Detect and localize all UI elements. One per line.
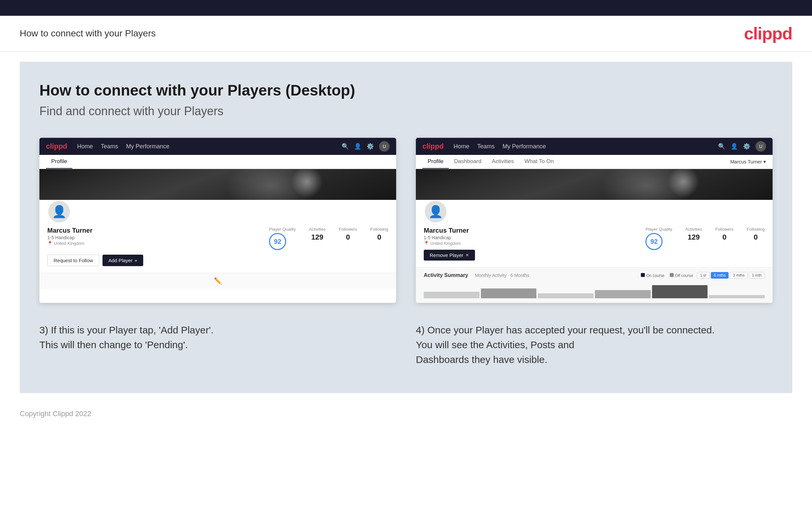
right-location-icon: 📍	[424, 241, 429, 246]
remove-x-icon: ✕	[465, 253, 469, 258]
left-avatar-icon: 👤	[52, 205, 67, 219]
chart-bar-1	[424, 292, 479, 298]
right-player-avatar: 👤	[424, 200, 447, 223]
right-app-logo: clippd	[422, 142, 444, 151]
left-player-handicap: 1-5 Handicap	[47, 235, 262, 240]
right-people-icon[interactable]: 👤	[730, 143, 738, 150]
right-screenshot-panel: clippd Home Teams My Performance 🔍 👤 ⚙️ …	[416, 138, 773, 303]
right-tab-profile[interactable]: Profile	[422, 155, 449, 169]
right-stat-followers: Followers 0	[715, 227, 733, 241]
left-nav-teams[interactable]: Teams	[101, 143, 118, 150]
add-player-button[interactable]: Add Player +	[102, 255, 143, 266]
right-player-profile: 👤 Marcus Turner 1-5 Handicap 📍 United Ki…	[416, 200, 773, 267]
right-stat-quality: Player Quality 92	[646, 227, 672, 250]
chart-bar-2	[481, 288, 537, 298]
left-nav-performance[interactable]: My Performance	[126, 143, 169, 150]
left-nav-home[interactable]: Home	[77, 143, 93, 150]
left-player-actions: Request to Follow Add Player +	[47, 255, 388, 266]
right-nav-teams[interactable]: Teams	[477, 143, 495, 150]
left-description-text: 3) If this is your Player tap, 'Add Play…	[39, 323, 396, 352]
right-nav-performance[interactable]: My Performance	[503, 143, 546, 150]
left-profile-tabs: Profile	[39, 155, 396, 169]
scroll-icon: ✏️	[214, 277, 222, 285]
screenshots-row: clippd Home Teams My Performance 🔍 👤 ⚙️ …	[39, 138, 773, 303]
right-description-panel: 4) Once your Player has accepted your re…	[416, 323, 773, 367]
filter-3mths[interactable]: 3 mths	[730, 272, 748, 279]
left-stats-section: Player Quality 92 Activities 129 Followe…	[262, 227, 388, 250]
location-icon: 📍	[47, 241, 53, 246]
right-activity-section: Activity Summary Monthly Activity · 6 Mo…	[416, 267, 773, 303]
filter-buttons: 1 yr 6 mths 3 mths 1 mth	[697, 272, 765, 279]
people-icon[interactable]: 👤	[354, 143, 361, 150]
right-profile-tabs: Profile Dashboard Activities What To On …	[416, 155, 773, 169]
right-player-location: 📍 United Kingdom	[424, 241, 639, 246]
left-player-avatar: 👤	[47, 200, 71, 223]
right-player-actions: Remove Player ✕	[424, 250, 639, 261]
left-nav-links: Home Teams My Performance	[77, 143, 342, 150]
left-app-nav: clippd Home Teams My Performance 🔍 👤 ⚙️ …	[39, 138, 396, 155]
left-tab-profile[interactable]: Profile	[46, 155, 72, 169]
right-search-icon[interactable]: 🔍	[718, 143, 725, 150]
request-to-follow-button[interactable]: Request to Follow	[47, 255, 99, 266]
right-tab-dashboard[interactable]: Dashboard	[449, 155, 487, 169]
copyright-text: Copyright Clippd 2022	[20, 409, 91, 418]
right-player-handicap: 1-5 Handicap	[424, 235, 639, 240]
activity-title: Activity Summary	[424, 272, 468, 278]
left-app-logo: clippd	[46, 142, 67, 151]
right-user-avatar-small[interactable]: U	[756, 141, 766, 152]
chart-bar-6	[709, 295, 765, 298]
left-description-panel: 3) If this is your Player tap, 'Add Play…	[39, 323, 396, 367]
right-tab-activities[interactable]: Activities	[487, 155, 519, 169]
right-player-name: Marcus Turner	[424, 227, 639, 234]
plus-icon: +	[134, 258, 137, 263]
left-stat-activities: Activities 129	[309, 227, 325, 241]
footer: Copyright Clippd 2022	[0, 403, 812, 425]
left-player-name: Marcus Turner	[47, 227, 262, 234]
right-nav-links: Home Teams My Performance	[454, 143, 718, 150]
right-quality-circle: 92	[646, 233, 663, 250]
left-scroll-hint: ✏️	[39, 273, 396, 289]
activity-header: Activity Summary Monthly Activity · 6 Mo…	[424, 272, 765, 279]
remove-player-button[interactable]: Remove Player ✕	[424, 250, 475, 261]
filter-6mths[interactable]: 6 mths	[711, 272, 728, 279]
left-quality-circle: 92	[269, 233, 286, 250]
chart-bar-5	[652, 285, 708, 298]
legend-on-course: On course	[641, 273, 664, 278]
right-player-stats-row: Marcus Turner 1-5 Handicap 📍 United King…	[424, 227, 765, 261]
left-screenshot-panel: clippd Home Teams My Performance 🔍 👤 ⚙️ …	[39, 138, 396, 303]
left-player-stats-row: Marcus Turner 1-5 Handicap 📍 United King…	[47, 227, 388, 250]
main-content: How to connect with your Players (Deskto…	[20, 62, 792, 393]
right-nav-home[interactable]: Home	[454, 143, 469, 150]
header: How to connect with your Players clippd	[0, 16, 812, 52]
description-row: 3) If this is your Player tap, 'Add Play…	[39, 323, 773, 367]
left-stat-followers: Followers 0	[339, 227, 357, 241]
chart-bar-4	[595, 290, 651, 298]
chart-bar-3	[538, 293, 594, 298]
right-tab-what-to-on[interactable]: What To On	[519, 155, 559, 169]
search-icon[interactable]: 🔍	[342, 143, 349, 150]
right-settings-icon[interactable]: ⚙️	[743, 143, 750, 150]
top-bar	[0, 0, 812, 16]
legend-row: On course Off course	[641, 273, 693, 278]
filter-1mth[interactable]: 1 mth	[749, 272, 765, 279]
right-player-info: Marcus Turner 1-5 Handicap 📍 United King…	[424, 227, 639, 261]
left-player-location: 📍 United Kingdom	[47, 241, 262, 246]
left-stat-following: Following 0	[370, 227, 388, 241]
right-stat-activities: Activities 129	[685, 227, 702, 241]
activity-chart	[424, 282, 765, 298]
settings-icon[interactable]: ⚙️	[367, 143, 374, 150]
right-tabs-left: Profile Dashboard Activities What To On	[422, 155, 559, 169]
right-app-nav: clippd Home Teams My Performance 🔍 👤 ⚙️ …	[416, 138, 773, 155]
right-avatar-icon: 👤	[428, 205, 443, 219]
right-stats-section: Player Quality 92 Activities 129 Followe…	[639, 227, 765, 250]
filter-1yr[interactable]: 1 yr	[697, 272, 710, 279]
right-stat-following: Following 0	[747, 227, 765, 241]
activity-controls: On course Off course 1 yr 6 mths 3 mths …	[641, 272, 765, 279]
clippd-logo: clippd	[744, 23, 792, 43]
left-stat-quality: Player Quality 92	[269, 227, 296, 250]
right-user-dropdown[interactable]: Marcus Turner ▾	[730, 159, 766, 165]
right-description-text: 4) Once your Player has accepted your re…	[416, 323, 773, 367]
left-nav-icons: 🔍 👤 ⚙️ U	[342, 141, 390, 152]
right-nav-icons: 🔍 👤 ⚙️ U	[718, 141, 766, 152]
user-avatar-small[interactable]: U	[379, 141, 390, 152]
